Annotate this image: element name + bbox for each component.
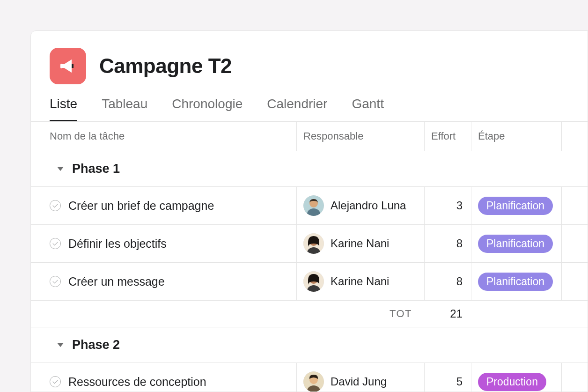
view-tabs: Liste Tableau Chronologie Calendrier Gan… (31, 84, 588, 121)
column-responsible[interactable]: Responsable (296, 122, 424, 151)
task-name: Ressources de conception (68, 375, 206, 389)
stage-badge[interactable]: Planification (478, 197, 553, 215)
column-task-name[interactable]: Nom de la tâche (31, 122, 296, 151)
task-name: Créer un brief de campagne (68, 199, 214, 213)
column-effort[interactable]: Effort (424, 122, 471, 151)
task-row[interactable]: Ressources de conception David Jung 5 Pr… (31, 363, 588, 392)
responsible-name: Karine Nani (331, 275, 389, 288)
task-name: Créer un message (68, 275, 165, 288)
effort-value: 3 (425, 199, 464, 212)
stage-badge[interactable]: Planification (478, 273, 553, 291)
responsible-name: Alejandro Luna (331, 199, 406, 212)
total-label: TOT (31, 301, 424, 327)
tab-board[interactable]: Tableau (102, 96, 147, 121)
section-total-row: TOT 21 (31, 301, 588, 327)
project-icon[interactable] (50, 48, 86, 84)
check-circle-icon[interactable] (50, 238, 61, 249)
tab-timeline[interactable]: Chronologie (172, 96, 243, 121)
svg-rect-0 (72, 64, 74, 68)
section-title: Phase 2 (72, 338, 120, 352)
effort-value: 5 (425, 375, 464, 388)
task-row[interactable]: Définir les objectifs Karine Nani 8 Plan… (31, 225, 588, 263)
column-stage[interactable]: Étape (471, 122, 561, 151)
responsible-name: Karine Nani (331, 237, 389, 250)
check-circle-icon[interactable] (50, 200, 61, 211)
chevron-down-icon (57, 343, 64, 347)
column-extra (561, 122, 588, 151)
section-title: Phase 1 (72, 162, 120, 176)
check-circle-icon[interactable] (50, 376, 61, 387)
effort-value: 8 (425, 275, 464, 288)
responsible-name: David Jung (331, 375, 387, 388)
avatar[interactable] (303, 371, 324, 392)
task-row[interactable]: Créer un brief de campagne Alejandro Lun… (31, 187, 588, 225)
section-header[interactable]: Phase 2 (31, 327, 588, 363)
tab-gantt[interactable]: Gantt (352, 96, 383, 121)
project-title: Campagne T2 (99, 54, 232, 78)
project-header: Campagne T2 (31, 31, 588, 84)
total-value: 21 (424, 301, 471, 327)
table-header: Nom de la tâche Responsable Effort Étape (31, 121, 588, 151)
avatar[interactable] (303, 271, 324, 292)
project-window: Campagne T2 Liste Tableau Chronologie Ca… (30, 30, 588, 392)
effort-value: 8 (425, 237, 464, 250)
tab-list[interactable]: Liste (50, 96, 77, 121)
check-circle-icon[interactable] (50, 276, 61, 287)
stage-badge[interactable]: Planification (478, 235, 553, 253)
stage-badge[interactable]: Production (478, 373, 546, 391)
svg-rect-1 (60, 64, 62, 68)
chevron-down-icon (57, 167, 64, 171)
task-name: Définir les objectifs (68, 237, 167, 251)
megaphone-icon (58, 56, 78, 76)
section-header[interactable]: Phase 1 (31, 151, 588, 187)
tab-calendar[interactable]: Calendrier (267, 96, 327, 121)
avatar[interactable] (303, 195, 324, 216)
avatar[interactable] (303, 233, 324, 254)
task-row[interactable]: Créer un message Karine Nani 8 Planifica… (31, 263, 588, 301)
